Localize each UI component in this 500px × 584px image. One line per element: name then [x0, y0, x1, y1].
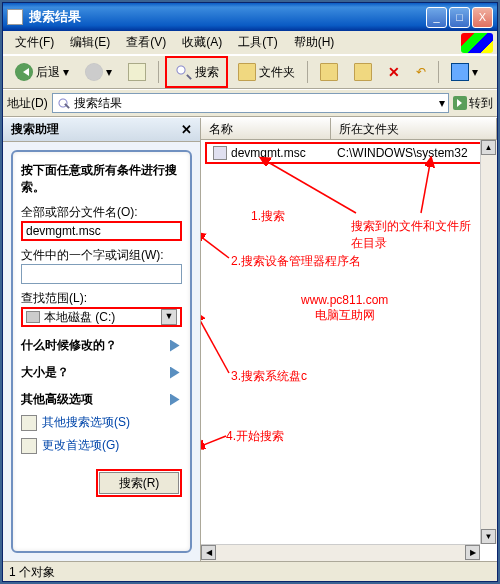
annotation-url: www.pc811.com电脑互助网: [301, 293, 388, 324]
horizontal-scrollbar[interactable]: ◀ ▶: [201, 544, 480, 561]
menu-edit[interactable]: 编辑(E): [62, 32, 118, 53]
menu-file[interactable]: 文件(F): [7, 32, 62, 53]
back-button[interactable]: 后退 ▾: [9, 59, 75, 85]
column-name[interactable]: 名称: [201, 118, 331, 139]
copy-to-button[interactable]: [348, 59, 378, 85]
delete-button[interactable]: ✕: [382, 60, 406, 84]
panel-body: 按下面任意或所有条件进行搜索。 全部或部分文件名(O): 文件中的一个字或词组(…: [3, 142, 200, 561]
more-options-expander[interactable]: 其他高级选项: [21, 391, 182, 408]
drive-icon: [26, 311, 40, 323]
result-name: devmgmt.msc: [231, 146, 306, 160]
search-icon: [56, 96, 70, 110]
filename-label: 全部或部分文件名(O):: [21, 204, 182, 221]
moveto-icon: [320, 63, 338, 81]
annotation-highlight: 搜索: [165, 56, 228, 88]
size-expander[interactable]: 大小是？: [21, 364, 182, 381]
when-modified-expander[interactable]: 什么时候修改的？: [21, 337, 182, 354]
menu-favorites[interactable]: 收藏(A): [174, 32, 230, 53]
forward-button[interactable]: ▾: [79, 59, 118, 85]
separator: [438, 61, 439, 83]
explorer-window: 搜索结果 _ □ X 文件(F) 编辑(E) 查看(V) 收藏(A) 工具(T)…: [2, 2, 498, 582]
word-label: 文件中的一个字或词组(W):: [21, 247, 182, 264]
go-button[interactable]: 转到: [453, 95, 493, 112]
panel-title: 搜索助理: [11, 121, 59, 138]
result-folder: C:\WINDOWS\system32: [337, 146, 468, 160]
prefs-link[interactable]: 更改首选项(G): [21, 437, 182, 454]
scroll-left-button[interactable]: ◀: [201, 545, 216, 560]
annotation-files: 搜索到的文件和文件所在目录: [351, 218, 481, 252]
menu-help[interactable]: 帮助(H): [286, 32, 343, 53]
move-to-button[interactable]: [314, 59, 344, 85]
annotation-arrows: [201, 118, 497, 561]
forward-icon: [85, 63, 103, 81]
views-button[interactable]: ▾: [445, 59, 484, 85]
svg-line-4: [201, 436, 226, 448]
scroll-up-button[interactable]: ▲: [481, 140, 496, 155]
column-folder[interactable]: 所在文件夹: [331, 118, 497, 139]
go-label: 转到: [469, 95, 493, 112]
svg-line-1: [421, 158, 431, 213]
close-button[interactable]: X: [472, 7, 493, 28]
go-icon: [453, 96, 467, 110]
lookin-value: 本地磁盘 (C:): [44, 309, 115, 326]
column-headers: 名称 所在文件夹: [201, 118, 497, 140]
up-button[interactable]: [122, 59, 152, 85]
minimize-button[interactable]: _: [426, 7, 447, 28]
options-icon: [21, 415, 37, 431]
undo-icon: ↶: [416, 65, 426, 79]
chevron-down-icon[interactable]: ▾: [439, 96, 445, 110]
word-input[interactable]: [21, 264, 182, 284]
vertical-scrollbar[interactable]: ▲ ▼: [480, 140, 497, 544]
prefs-label: 更改首选项(G): [42, 437, 119, 454]
chevron-down-icon[interactable]: ▼: [161, 309, 177, 325]
search-prompt: 按下面任意或所有条件进行搜索。: [21, 162, 182, 196]
statusbar: 1 个对象: [3, 561, 497, 581]
search-label: 搜索: [195, 64, 219, 81]
menu-tools[interactable]: 工具(T): [230, 32, 285, 53]
address-value: 搜索结果: [74, 95, 122, 112]
undo-button[interactable]: ↶: [410, 61, 432, 83]
annotation-highlight: 搜索(R): [96, 469, 182, 497]
separator: [158, 61, 159, 83]
search-icon: [174, 63, 192, 81]
maximize-button[interactable]: □: [449, 7, 470, 28]
scroll-down-button[interactable]: ▼: [481, 529, 496, 544]
panel-header: 搜索助理 ✕: [3, 118, 200, 142]
annotation-2: 2.搜索设备管理器程序名: [231, 253, 361, 270]
back-icon: [15, 63, 33, 81]
back-label: 后退: [36, 64, 60, 81]
result-row[interactable]: devmgmt.msc C:\WINDOWS\system32: [205, 142, 493, 164]
filename-input[interactable]: [21, 221, 182, 241]
more-label: 其他高级选项: [21, 391, 93, 408]
folders-label: 文件夹: [259, 64, 295, 81]
panel-close-button[interactable]: ✕: [181, 122, 192, 137]
svg-line-0: [261, 158, 356, 213]
search-button[interactable]: 搜索: [168, 59, 225, 85]
lookin-dropdown[interactable]: 本地磁盘 (C:) ▼: [21, 307, 182, 327]
search-form: 按下面任意或所有条件进行搜索。 全部或部分文件名(O): 文件中的一个字或词组(…: [11, 150, 192, 553]
folders-button[interactable]: 文件夹: [232, 59, 301, 85]
window-icon: [7, 9, 23, 25]
caret-icon: [170, 367, 182, 379]
address-input[interactable]: 搜索结果 ▾: [52, 93, 449, 113]
annotation-4: 4.开始搜索: [226, 428, 284, 445]
caret-icon: [170, 394, 182, 406]
search-submit-button[interactable]: 搜索(R): [99, 472, 179, 494]
annotation-3: 3.搜索系统盘c: [231, 368, 307, 385]
menu-view[interactable]: 查看(V): [118, 32, 174, 53]
svg-line-3: [201, 313, 229, 373]
chevron-down-icon: ▾: [106, 65, 112, 79]
results-pane: 名称 所在文件夹 devmgmt.msc C:\WINDOWS\system32…: [201, 118, 497, 561]
other-search-link[interactable]: 其他搜索选项(S): [21, 414, 182, 431]
toolbar: 后退 ▾ ▾ 搜索 文件夹 ✕ ↶ ▾: [3, 55, 497, 89]
status-text: 1 个对象: [9, 565, 55, 579]
titlebar[interactable]: 搜索结果 _ □ X: [3, 3, 497, 31]
views-icon: [451, 63, 469, 81]
scroll-right-button[interactable]: ▶: [465, 545, 480, 560]
annotation-1: 1.搜索: [251, 208, 285, 225]
address-label: 地址(D): [7, 95, 48, 112]
folder-icon: [238, 63, 256, 81]
caret-icon: [170, 340, 182, 352]
search-panel: 搜索助理 ✕ 按下面任意或所有条件进行搜索。 全部或部分文件名(O): 文件中的…: [3, 118, 201, 561]
chevron-down-icon: ▾: [63, 65, 69, 79]
